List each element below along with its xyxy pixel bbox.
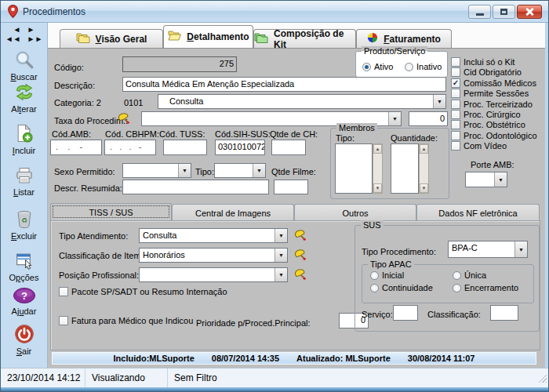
lookup-edit-icon[interactable]: [117, 111, 130, 126]
cod-sihsus-field[interactable]: 0301010072: [215, 140, 265, 155]
nav-last-button[interactable]: ►►: [27, 34, 43, 44]
flag-proc-obstetrico[interactable]: Proc. Obstétrico: [451, 120, 525, 129]
innertab-central-imagens[interactable]: Central de Imagens: [172, 204, 294, 221]
sidebar-item-incluir[interactable]: Incluir: [1, 123, 47, 155]
descr-resumida-field[interactable]: [122, 180, 269, 194]
flag-permite-sessoes[interactable]: Permite Sessões: [451, 89, 529, 98]
sidebar-item-ajudar[interactable]: ? Ajudar: [1, 287, 47, 316]
scroll-up-icon[interactable]: ▲: [373, 144, 382, 154]
flag-comissao-medicos[interactable]: Comissão Médicos: [451, 78, 536, 88]
checkbox[interactable]: [451, 89, 460, 98]
porte-amb-combo[interactable]: ▼: [465, 172, 507, 187]
flag-proc-terceirizado[interactable]: Proc. Terceirizado: [451, 100, 533, 109]
pacote-checkbox-row[interactable]: Pacote SP/SADT ou Resumo Internação: [59, 287, 227, 296]
close-button[interactable]: [517, 5, 542, 19]
tipo-combo[interactable]: ▼: [214, 163, 266, 178]
checkbox[interactable]: [451, 67, 460, 77]
innertab-dados-nf[interactable]: Dados NF eletrônica: [416, 204, 540, 221]
radio-apac-unica[interactable]: Única: [453, 270, 486, 280]
innertab-outros[interactable]: Outros: [294, 204, 416, 221]
tipo-procedimento-combo[interactable]: BPA-C ▼: [448, 241, 528, 258]
resize-grip[interactable]: [537, 373, 547, 383]
radio-circle[interactable]: [370, 271, 379, 280]
minimize-button[interactable]: [468, 5, 491, 19]
dropdown-arrow-icon[interactable]: ▼: [274, 249, 287, 262]
checkbox[interactable]: [451, 110, 460, 119]
classificacao-item-combo[interactable]: Honorários ▼: [139, 248, 288, 263]
flag-cid-obrigatorio[interactable]: Cid Obrigatório: [451, 67, 522, 77]
checkbox[interactable]: [451, 120, 460, 129]
radio-inativo[interactable]: Inativo: [405, 62, 442, 71]
dropdown-arrow-icon[interactable]: ▼: [514, 241, 527, 257]
dropdown-arrow-icon[interactable]: ▼: [388, 112, 401, 125]
radio-ativo[interactable]: Ativo: [362, 62, 393, 71]
radio-circle[interactable]: [362, 63, 371, 71]
checkbox[interactable]: [451, 141, 460, 151]
tab-composicao-kit[interactable]: Composição de Kit: [253, 29, 356, 48]
sidebar-item-alterar[interactable]: Alterar: [1, 82, 47, 114]
checkbox[interactable]: [451, 57, 460, 67]
lookup-edit-icon[interactable]: [293, 248, 307, 263]
tab-visao-geral[interactable]: Visão Geral: [60, 29, 163, 48]
radio-apac-inicial[interactable]: Inicial: [370, 270, 404, 280]
sidebar-item-sair[interactable]: Sair: [1, 324, 47, 356]
cod-amb-field[interactable]: . . -: [50, 140, 102, 155]
tab-faturamento[interactable]: Faturamento: [356, 29, 452, 48]
membros-tipo-list[interactable]: [335, 143, 373, 194]
cod-tuss-field[interactable]: [163, 140, 207, 155]
scrollbar[interactable]: ▲ ▼: [373, 143, 383, 194]
radio-apac-continuidade[interactable]: Continuidade: [370, 283, 433, 292]
radio-circle[interactable]: [453, 284, 461, 292]
qtde-ch-field[interactable]: [271, 140, 306, 155]
membros-quantidade-list[interactable]: [391, 143, 419, 194]
dropdown-arrow-icon[interactable]: ▼: [274, 268, 287, 281]
checkbox[interactable]: [451, 131, 460, 140]
flag-proc-cirurgico[interactable]: Proc. Cirúrgico: [451, 110, 521, 119]
help-icon: ?: [13, 287, 36, 306]
radio-circle[interactable]: [453, 271, 461, 280]
lookup-edit-icon[interactable]: [293, 267, 307, 282]
tab-detalhamento[interactable]: Detalhamento: [163, 25, 253, 48]
sidebar-item-opcoes[interactable]: Opções: [1, 251, 47, 282]
nav-prev-button[interactable]: ◄: [13, 25, 21, 34]
descricao-field[interactable]: Consulta Médica Em Atenção Especializada: [122, 77, 446, 92]
servico-field[interactable]: [393, 305, 418, 321]
flag-proc-odontologico[interactable]: Proc. Odontológico: [451, 131, 537, 140]
dropdown-arrow-icon[interactable]: ▼: [178, 164, 191, 177]
cod-cbhpm-field[interactable]: . . . -: [104, 140, 156, 155]
scroll-up-icon[interactable]: ▲: [420, 144, 428, 154]
sidebar-item-buscar[interactable]: Buscar: [1, 49, 47, 82]
radio-apac-encerramento[interactable]: Encerramento: [453, 283, 518, 292]
flag-inclui-so-kit[interactable]: Inclui só o Kit: [451, 57, 514, 67]
dropdown-arrow-icon[interactable]: ▼: [433, 95, 445, 108]
maximize-button[interactable]: [493, 5, 515, 19]
nav-first-button[interactable]: ◄◄: [5, 34, 21, 44]
radio-circle[interactable]: [370, 284, 379, 292]
scroll-down-icon[interactable]: ▼: [373, 183, 382, 193]
categoria-combo[interactable]: Consulta ▼: [158, 94, 446, 109]
scrollbar[interactable]: ▲ ▼: [419, 143, 429, 194]
dropdown-arrow-icon[interactable]: ▼: [274, 229, 287, 242]
sidebar-item-excluir[interactable]: ♻ Excluir: [1, 209, 47, 241]
app-pin-icon: [8, 5, 18, 18]
dropdown-arrow-icon[interactable]: ▼: [253, 164, 265, 177]
classificacao-field[interactable]: [490, 305, 518, 321]
checkbox[interactable]: [451, 100, 460, 109]
dropdown-arrow-icon[interactable]: ▼: [494, 172, 507, 187]
nav-next-button[interactable]: ►: [27, 25, 35, 34]
tipo-atendimento-combo[interactable]: Consulta ▼: [139, 228, 288, 243]
checkbox[interactable]: [59, 287, 68, 296]
innertab-tiss-sus[interactable]: TISS / SUS: [50, 203, 172, 220]
radio-circle[interactable]: [405, 63, 413, 71]
sidebar-item-listar[interactable]: Listar: [1, 166, 47, 197]
flag-com-video[interactable]: Com Vídeo: [451, 141, 507, 151]
posicao-profissional-combo[interactable]: ▼: [139, 267, 288, 282]
checkbox[interactable]: [451, 78, 460, 88]
scroll-down-icon[interactable]: ▼: [420, 183, 428, 193]
qtde-filme-field[interactable]: [274, 180, 308, 194]
lookup-edit-icon[interactable]: [293, 228, 307, 243]
taxa-extra-field[interactable]: 0: [409, 111, 448, 126]
sexo-combo[interactable]: ▼: [122, 163, 191, 178]
fatura-medico-checkbox-row[interactable]: Fatura para Médico que Indicou: [59, 316, 193, 325]
checkbox[interactable]: [59, 316, 68, 325]
